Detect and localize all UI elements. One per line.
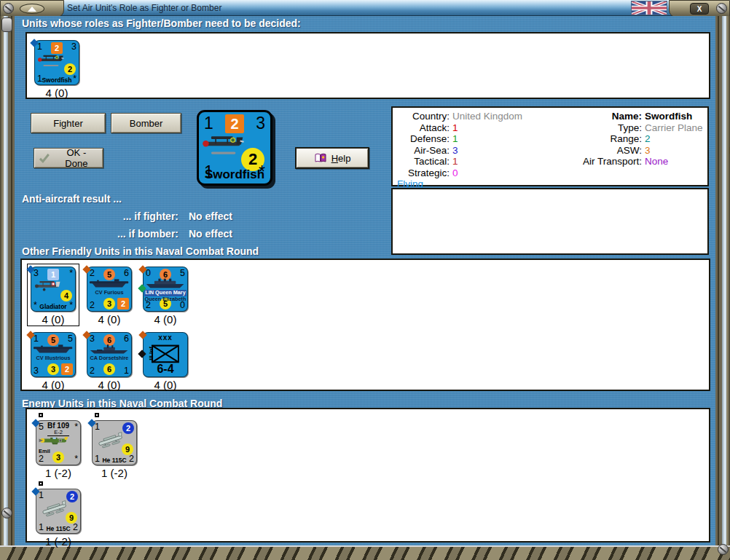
counter-stat-bl: 3 [34,366,39,376]
unit-cell-gladiator: 31*4*Gladiator*4 (0) [28,264,79,326]
aa-result-title: Anti-aircraft result ... [22,193,232,205]
ok-done-button-label: OK - Done [55,147,98,169]
title-bar: Set Air Unit's Role as Fighter or Bomber [0,0,730,16]
aa-if-bomber-value: No effect [189,228,232,240]
gladiator-icon [33,277,67,297]
decide-units-panel: 12321Swordfish*4 (0) [25,32,710,99]
unit-count-label: 1 (-2) [101,467,127,479]
counter-stat-br: * [259,164,265,181]
counter-stat-bc: 6 [103,363,115,375]
screw-icon [716,3,727,14]
screw-icon [3,3,14,14]
info-label: Name: [556,111,645,122]
help-button-label: Help [331,153,351,164]
info-value: 3 [452,145,556,157]
dialog-window: Set Air Unit's Role as Fighter or Bomber… [0,0,730,560]
swordfish-icon [200,127,254,162]
counter-stat-bc: He 115C [102,457,126,464]
info-value: Carrier Plane [645,122,715,134]
titlebar-left-trim [0,0,64,17]
counter-stat-bc: Swordfish [42,77,71,84]
unit-count-label: 4 (0) [42,379,65,391]
info-value: United Kingdom [452,111,556,122]
window-frame-bottom [0,545,730,560]
book-icon [314,153,327,164]
counter-stat-br: 2 [129,454,134,464]
info-value: 0 [452,167,556,179]
counter-stat-tr: 3 [256,115,265,132]
counter-stat-tl: 1 [34,334,39,344]
unit-cell-bf-109: 5Bf 109E-2*23*Emil1 (-2) [33,418,84,479]
unit-counter-ca-dorsetshire[interactable]: 366261CA Dorsetshire [87,332,132,377]
unit-info-panel: Country:United KingdomName:SwordfishAtta… [391,106,709,186]
info-value: None [645,156,715,167]
enemy-units-panel: 5Bf 109E-2*23*Emil1 (-2)1291He 115C21 (-… [25,408,710,543]
unit-cell-cv-furious: 256232CV Furious4 (0) [84,264,135,326]
diamond-marker-icon [138,350,146,358]
corner-marker-icon [95,413,99,417]
fighter-button[interactable]: Fighter [31,113,106,133]
counter-stat-tl: 2 [90,269,95,278]
info-label: Cost/Turns: [715,167,730,179]
ship-name-label: LIN Queen MaryQueen Elizabeth [144,290,187,302]
counter-stat-br: * [73,74,76,84]
united-kingdom-flag-icon [631,1,667,15]
counter-stat-tc: xxx [158,334,173,342]
counter-stat-tr: 6 [124,334,129,344]
frame-knob [1,17,12,32]
unit-counter-swordfish-large[interactable]: 12321Swordfish* [197,110,272,186]
bomber-button-label: Bomber [130,118,163,129]
unit-stats-grid: Country:United KingdomName:SwordfishAtta… [397,111,703,178]
unit-cell-cv-illustrious: 155332CV Illustrious4 (0) [28,330,79,391]
corner-marker-icon [39,481,43,486]
counter-stat-bc: 6-4 [157,363,173,375]
info-label: Air-Sea: [397,145,452,157]
window-frame-left [0,16,15,560]
info-label: Oil: [715,156,730,167]
unit-counter-lin-queen-mary[interactable]: 065250LIN Queen MaryQueen Elizabeth [143,267,188,312]
unit-counter-he-115c-2[interactable]: 1291He 115C2 [36,489,81,534]
unit-count-label: 4 (0) [98,379,121,391]
info-value: 2 [645,133,715,145]
info-label: ASW: [556,145,645,157]
info-label: Reorg Cost: [715,145,730,157]
counter-stat-bl: 1 [95,454,100,464]
counter-stat-tr: * [69,269,73,278]
counter-stat-br: * [74,454,78,464]
counter-stat-bl: 2 [90,366,95,376]
counter-stat-bc: 3 [103,298,115,309]
counter-stat-bl: 2 [39,454,44,464]
unit-cell-lin-queen-mary: 065250LIN Queen MaryQueen Elizabeth4 (0) [140,264,191,326]
ok-done-button[interactable]: OK - Done [34,148,103,168]
carrier-icon [33,343,73,356]
aa-if-fighter-value: No effect [189,210,232,222]
info-value: 3 [645,145,715,157]
help-button[interactable]: Help [295,147,369,169]
info-label: Strategic: [397,167,452,179]
friendly-units-panel: 31*4*Gladiator*4 (0)256232CV Furious4 (0… [20,259,710,391]
unit-cell-iii-inf: xxx6-4III Inf4 (0) [140,330,191,391]
counter-stat-tl: 0 [146,269,151,278]
screw-icon [718,544,729,555]
info-value [645,167,715,179]
minimize-button[interactable] [20,4,44,14]
unit-counter-cv-illustrious[interactable]: 155332CV Illustrious [31,332,76,377]
unit-counter-cv-furious[interactable]: 256232CV Furious [87,267,132,312]
unit-counter-iii-inf[interactable]: xxx6-4III Inf [143,332,188,377]
corner-marker-icon [39,413,43,417]
info-label: Year: [715,122,730,134]
unit-counter-bf-109[interactable]: 5Bf 109E-2*23*Emil [36,420,81,465]
counter-stat-tl: 3 [90,334,95,344]
info-label: Special: [715,133,730,145]
bomber-button[interactable]: Bomber [111,113,181,133]
selected-unit-display: 12321Swordfish* [197,110,272,186]
info-value: 1 [452,156,556,167]
unit-cell-he-115c-2: 1291He 115C21 (-2) [33,486,84,548]
liner-icon [145,277,185,291]
unit-counter-gladiator[interactable]: 31*4*Gladiator* [31,267,76,312]
close-button[interactable]: X [690,3,709,15]
unit-counter-he-115c-1[interactable]: 1291He 115C2 [92,420,137,465]
unit-subname-label: Emil [39,448,50,454]
aa-if-fighter-label: ... if fighter: [22,210,178,222]
unit-counter-swordfish[interactable]: 12321Swordfish* [34,40,79,85]
